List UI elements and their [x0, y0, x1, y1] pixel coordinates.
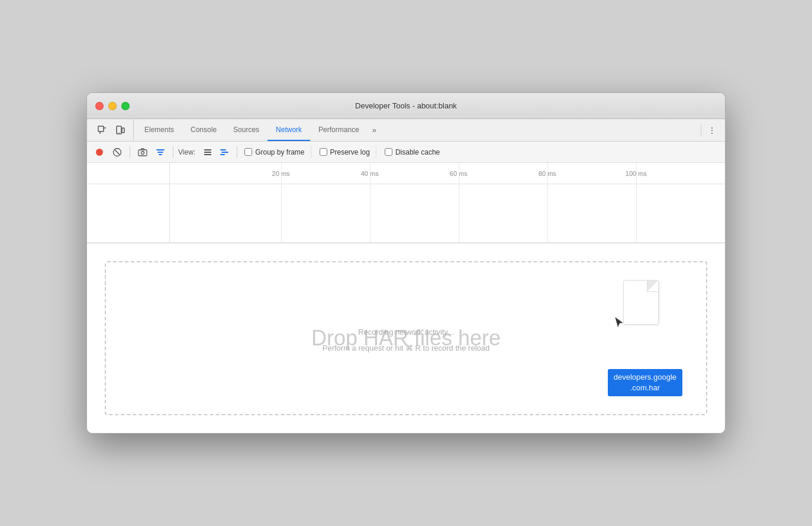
- svg-rect-9: [204, 149, 211, 150]
- timeline-body: [87, 184, 725, 243]
- tab-network[interactable]: Network: [268, 119, 310, 141]
- traffic-lights: [87, 102, 130, 110]
- tick-line-5: [636, 163, 637, 184]
- camera-button[interactable]: [135, 145, 150, 160]
- toolbar-separator-2: [376, 146, 376, 158]
- tab-divider: [701, 124, 701, 136]
- device-toolbar-button[interactable]: [112, 122, 128, 139]
- title-bar: Developer Tools - about:blank: [87, 93, 725, 119]
- drop-zone-container: Recording network activity... Drop HAR f…: [87, 243, 725, 433]
- waterfall-view-button[interactable]: [217, 145, 232, 160]
- disable-cache-checkbox[interactable]: [385, 148, 392, 156]
- timeline-left-panel: [87, 163, 170, 184]
- devtools-tabs: Elements Console Sources Network Perform…: [87, 119, 725, 142]
- tab-performance[interactable]: Performance: [310, 119, 368, 141]
- tabs-overflow-button[interactable]: »: [368, 119, 381, 141]
- tab-sources[interactable]: Sources: [225, 119, 268, 141]
- file-icon: [623, 280, 659, 325]
- group-by-frame-checkbox-label[interactable]: Group by frame: [244, 148, 304, 156]
- file-icon-container: [623, 280, 659, 325]
- svg-point-4: [96, 149, 103, 156]
- svg-point-8: [141, 151, 144, 154]
- tab-elements[interactable]: Elements: [136, 119, 182, 141]
- toolbar-divider-2: [173, 146, 173, 158]
- tab-console[interactable]: Console: [182, 119, 225, 141]
- timeline-header: 20 ms 40 ms 60 ms 80 ms 100 ms: [87, 163, 725, 184]
- view-icons: [200, 145, 232, 160]
- timeline-ticks: 20 ms 40 ms 60 ms 80 ms 100 ms: [170, 163, 725, 184]
- svg-rect-7: [138, 150, 147, 156]
- cursor-icon: [614, 316, 624, 332]
- recording-text: Recording network activity...: [358, 328, 454, 336]
- tick-line-1: [281, 163, 282, 184]
- clear-button[interactable]: [109, 145, 125, 160]
- svg-line-6: [115, 150, 120, 155]
- toolbar-divider-1: [130, 146, 130, 158]
- svg-rect-2: [122, 128, 124, 133]
- more-options-button[interactable]: ⋮: [704, 122, 720, 139]
- tick-line-body-3: [459, 184, 459, 242]
- tick-line-body-5: [636, 184, 637, 242]
- har-tooltip-line1: developers.google: [614, 372, 676, 383]
- maximize-button[interactable]: [121, 102, 130, 110]
- minimize-button[interactable]: [108, 102, 117, 110]
- svg-rect-11: [204, 154, 211, 155]
- view-label: View:: [178, 148, 195, 156]
- tick-line-2: [370, 163, 370, 184]
- tick-line-body-1: [281, 184, 282, 242]
- toolbar-separator-1: [311, 146, 311, 158]
- tick-line-body-4: [547, 184, 548, 242]
- drop-zone[interactable]: Recording network activity... Drop HAR f…: [105, 261, 707, 415]
- window-title: Developer Tools - about:blank: [355, 101, 457, 110]
- tick-line-body-2: [370, 184, 370, 242]
- perform-request-text: Perform a request or hit ⌘ R to record t…: [323, 344, 490, 352]
- svg-point-3: [118, 132, 120, 133]
- tabs-right-actions: ⋮: [698, 119, 725, 141]
- timeline-body-right: [170, 184, 725, 242]
- close-button[interactable]: [95, 102, 104, 110]
- toolbar-divider-3: [237, 146, 237, 158]
- inspect-element-button[interactable]: [94, 122, 111, 139]
- disable-cache-checkbox-label[interactable]: Disable cache: [385, 148, 440, 156]
- tick-line-4: [547, 163, 548, 184]
- svg-rect-0: [98, 126, 104, 132]
- preserve-log-checkbox[interactable]: [320, 148, 327, 156]
- preserve-log-checkbox-label[interactable]: Preserve log: [320, 148, 370, 156]
- svg-rect-10: [204, 152, 211, 153]
- devtools-left-icons: [89, 119, 134, 141]
- har-tooltip-line2: .com.har: [614, 383, 676, 393]
- har-tooltip: developers.google .com.har: [608, 369, 682, 396]
- filter-button[interactable]: [153, 145, 168, 160]
- devtools-window: Developer Tools - about:blank Elements: [86, 92, 726, 434]
- network-toolbar: View: Group by frame: [87, 142, 725, 163]
- tick-line-3: [459, 163, 459, 184]
- list-view-button[interactable]: [200, 145, 215, 160]
- timeline-body-left: [87, 184, 170, 242]
- group-by-frame-checkbox[interactable]: [244, 148, 252, 156]
- record-button[interactable]: [92, 145, 107, 160]
